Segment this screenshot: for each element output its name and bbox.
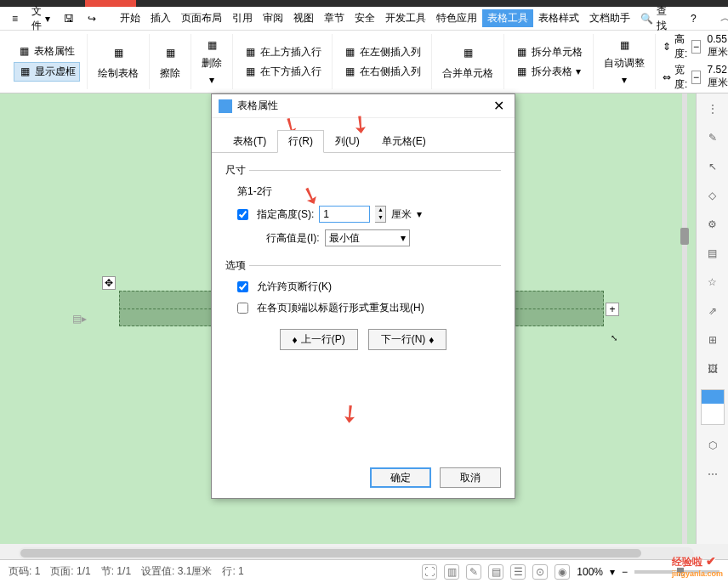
search-icon: 🔍 (640, 13, 653, 25)
zoom-slider[interactable] (634, 570, 719, 574)
next-row-button[interactable]: 下一行(N)♦ (368, 329, 447, 350)
menu-view[interactable]: 视图 (288, 9, 319, 27)
add-column-button[interactable]: + (606, 303, 619, 316)
menu-special[interactable]: 特色应用 (431, 9, 482, 27)
separator (249, 265, 501, 266)
height-input[interactable] (319, 206, 370, 223)
height-spinner[interactable]: ▲▼ (375, 206, 386, 223)
draw-table-button[interactable]: ▦绘制表格 (94, 37, 142, 88)
cube-icon[interactable]: ⬡ (704, 437, 721, 454)
tab-cell[interactable]: 单元格(E) (371, 130, 437, 153)
status-page[interactable]: 页面: 1/1 (50, 564, 90, 579)
zoom-thumb[interactable] (677, 568, 684, 576)
show-frame-button[interactable]: ▦显示虚框 (14, 62, 80, 82)
more-icon[interactable]: ⋯ (704, 466, 721, 483)
hamburger-icon[interactable]: ≡ (7, 11, 23, 26)
menu-bar: ≡ 文件 ▾ 🖫 ↪ 开始 插入 页面布局 引用 审阅 视图 章节 安全 开发工… (0, 7, 728, 31)
outline-icon[interactable]: ☰ (510, 564, 526, 580)
menu-security[interactable]: 安全 (350, 9, 380, 27)
insert-left-button[interactable]: ▦在左侧插入列 (339, 43, 424, 61)
settings-icon[interactable]: ⚙ (704, 216, 721, 233)
repeat-header-checkbox[interactable] (237, 303, 248, 314)
height-value[interactable]: 0.55厘米 (704, 32, 728, 60)
star-icon[interactable]: ☆ (704, 274, 721, 291)
status-section[interactable]: 节: 1/1 (101, 564, 131, 579)
split-cells-button[interactable]: ▦拆分单元格 (511, 43, 586, 61)
horizontal-scrollbar[interactable] (19, 547, 694, 559)
menu-dochelper[interactable]: 文档助手 (584, 9, 635, 27)
tab-row[interactable]: 行(R) (277, 130, 324, 153)
menu-devtools[interactable]: 开发工具 (380, 9, 431, 27)
menu-insert[interactable]: 插入 (145, 9, 176, 27)
menu-tabletools[interactable]: 表格工具 (482, 9, 533, 27)
zoom-value[interactable]: 100% (577, 566, 603, 578)
print-layout-icon[interactable]: ▤ (488, 564, 503, 580)
eye-care-icon[interactable]: ◉ (555, 564, 570, 580)
insert-col-left-icon: ▦ (343, 45, 356, 59)
app-tab[interactable] (85, 0, 136, 7)
web-layout-icon[interactable]: ✎ (466, 564, 481, 580)
menu-tablestyle[interactable]: 表格样式 (533, 9, 584, 27)
layers-icon[interactable]: ▤ (704, 245, 721, 262)
allow-break-checkbox[interactable] (237, 281, 248, 292)
tab-table[interactable]: 表格(T) (222, 130, 277, 153)
prev-row-button[interactable]: ♦上一行(P) (280, 329, 358, 350)
width-value[interactable]: 7.52厘米 (704, 63, 728, 91)
expand-handle[interactable]: ⤡ (611, 333, 617, 342)
cancel-button[interactable]: 取消 (440, 467, 501, 488)
scroll-thumb-v[interactable] (680, 228, 689, 245)
height-minus-button[interactable]: − (691, 40, 700, 54)
table-move-handle[interactable]: ✥ (102, 276, 116, 290)
insert-above-button[interactable]: ▦在上方插入行 (240, 43, 325, 61)
spin-down-icon[interactable]: ▼ (375, 214, 385, 222)
table-props-button[interactable]: ▦表格属性 (14, 42, 80, 60)
chevron-down-icon[interactable]: ▾ (417, 208, 422, 220)
insert-right-button[interactable]: ▦在右侧插入列 (339, 63, 424, 81)
chevron-down-icon[interactable]: ▾ (610, 566, 615, 578)
dialog-titlebar[interactable]: 表格属性 ✕ (212, 94, 515, 118)
status-setting[interactable]: 设置值: 3.1厘米 (141, 564, 212, 579)
share-icon[interactable]: ⇗ (704, 303, 721, 320)
fullscreen-icon[interactable]: ⛶ (422, 564, 437, 580)
find-button[interactable]: 🔍查找 (635, 3, 672, 35)
allow-break-label: 允许跨页断行(K) (257, 280, 332, 294)
width-minus-button[interactable]: − (691, 71, 700, 84)
menu-review[interactable]: 审阅 (258, 9, 288, 27)
scroll-thumb-h[interactable] (20, 549, 641, 558)
collapse-ribbon-icon[interactable]: ︿ (715, 9, 728, 27)
erase-button[interactable]: ▦擦除 (156, 37, 184, 88)
insert-below-button[interactable]: ▦在下方插入行 (240, 63, 325, 81)
forward-icon[interactable]: ↪ (82, 11, 101, 26)
help-button[interactable]: ? (685, 11, 702, 26)
component-icon[interactable]: ⊞ (704, 331, 721, 348)
row-height-mode-select[interactable]: 最小值▾ (325, 229, 410, 246)
auto-adjust-button[interactable]: ▦自动调整▾ (600, 37, 648, 88)
ok-button[interactable]: 确定 (370, 467, 431, 488)
cursor-icon[interactable]: ↖ (704, 158, 721, 175)
delete-button[interactable]: ▦删除▾ (198, 37, 225, 88)
specify-height-checkbox[interactable] (237, 209, 248, 220)
menu-reference[interactable]: 引用 (227, 9, 258, 27)
close-button[interactable]: ✕ (490, 98, 508, 114)
spin-up-icon[interactable]: ▲ (375, 207, 385, 214)
collapse-icon[interactable]: ⋮ (704, 100, 721, 117)
zoom-out-button[interactable]: − (622, 566, 628, 578)
status-row[interactable]: 行: 1 (222, 564, 243, 579)
menu-section[interactable]: 章节 (319, 9, 350, 27)
file-menu[interactable]: 文件 ▾ (26, 3, 55, 35)
shape-icon[interactable]: ◇ (704, 187, 721, 204)
status-bar: 页码: 1 页面: 1/1 节: 1/1 设置值: 3.1厘米 行: 1 ⛶ ▥… (0, 559, 728, 583)
menu-start[interactable]: 开始 (115, 9, 145, 27)
tab-column[interactable]: 列(U) (324, 130, 371, 153)
merge-cells-button[interactable]: ▦合并单元格 (439, 37, 497, 88)
reading-layout-icon[interactable]: ▥ (444, 564, 459, 580)
menu-pagelayout[interactable]: 页面布局 (176, 9, 227, 27)
save-icon[interactable]: 🖫 (59, 11, 79, 26)
image-icon[interactable]: 🖼 (704, 360, 721, 377)
page-thumbnail[interactable] (701, 389, 725, 425)
specify-height-label: 指定高度(S): (257, 207, 314, 222)
status-page-no[interactable]: 页码: 1 (9, 564, 40, 579)
edit-icon[interactable]: ✎ (704, 129, 721, 146)
split-table-button[interactable]: ▦拆分表格▾ (511, 63, 586, 81)
focus-mode-icon[interactable]: ⊙ (532, 564, 548, 580)
